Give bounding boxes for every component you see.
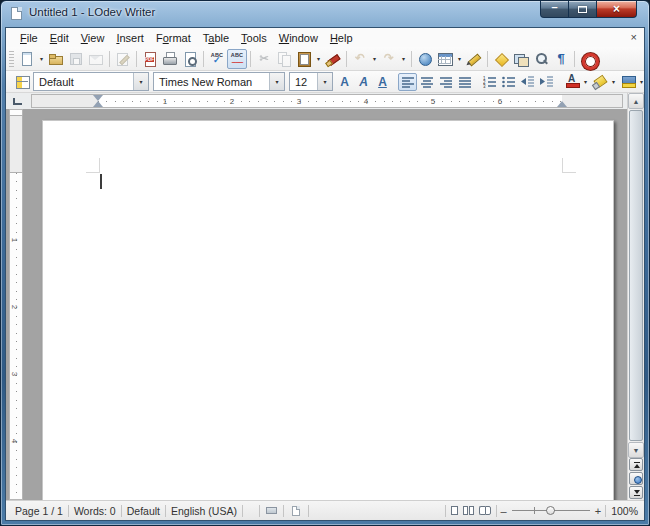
- font-size-combobox[interactable]: 12 ▾: [289, 72, 333, 91]
- formatting-marks-button[interactable]: ¶: [551, 49, 571, 69]
- left-indent-marker[interactable]: [93, 101, 103, 107]
- previous-page-button[interactable]: [629, 458, 643, 471]
- tab-stop-selector[interactable]: [10, 95, 23, 107]
- vertical-ruler[interactable]: 1 2 3 4: [9, 109, 23, 500]
- language-field[interactable]: English (USA): [166, 505, 242, 517]
- clone-formatting-button[interactable]: [323, 49, 343, 69]
- menu-edit[interactable]: Edit: [44, 30, 75, 46]
- font-color-button[interactable]: A: [562, 73, 581, 91]
- page-style-field[interactable]: Default: [122, 505, 165, 517]
- menu-format[interactable]: Format: [150, 30, 197, 46]
- bold-button[interactable]: A: [335, 73, 354, 91]
- new-document-button[interactable]: [17, 49, 37, 69]
- insert-table-dropdown[interactable]: ▾: [455, 49, 464, 69]
- minimize-button[interactable]: –: [540, 1, 569, 18]
- background-color-button[interactable]: [618, 73, 637, 91]
- undo-dropdown[interactable]: ▾: [370, 49, 379, 69]
- right-indent-marker[interactable]: [557, 101, 567, 107]
- multi-page-view-icon[interactable]: [463, 506, 474, 515]
- maximize-button[interactable]: [569, 1, 596, 18]
- highlighting-dropdown[interactable]: ▾: [609, 72, 618, 92]
- font-name-dropdown[interactable]: ▾: [269, 73, 284, 90]
- open-button[interactable]: [46, 49, 66, 69]
- styles-button[interactable]: [12, 73, 31, 91]
- highlighting-button[interactable]: [590, 73, 609, 91]
- save-button[interactable]: [66, 49, 86, 69]
- navigation-button[interactable]: [629, 472, 643, 485]
- export-pdf-button[interactable]: PDF: [140, 49, 160, 69]
- writer-window: Untitled 1 - LOdev Writer – × File Edit …: [0, 0, 650, 526]
- menu-view[interactable]: View: [75, 30, 111, 46]
- cut-icon: ✂: [256, 51, 272, 67]
- zoom-out-button[interactable]: –: [501, 506, 507, 516]
- bullet-list-button[interactable]: [499, 73, 518, 91]
- document-page[interactable]: [42, 120, 614, 500]
- vertical-scrollbar[interactable]: ▲ ▼: [627, 93, 644, 500]
- underline-button[interactable]: A: [373, 73, 392, 91]
- book-view-icon[interactable]: [479, 506, 491, 515]
- zoom-slider[interactable]: [512, 505, 590, 516]
- gallery-button[interactable]: [511, 49, 531, 69]
- menu-window[interactable]: Window: [273, 30, 324, 46]
- print-preview-button[interactable]: [180, 49, 200, 69]
- titlebar[interactable]: Untitled 1 - LOdev Writer – ×: [1, 1, 649, 27]
- scrollbar-track[interactable]: [628, 110, 644, 441]
- menu-file[interactable]: File: [14, 30, 44, 46]
- paste-button[interactable]: [294, 49, 314, 69]
- paragraph-style-dropdown[interactable]: ▾: [133, 73, 148, 90]
- increase-indent-button[interactable]: [537, 73, 556, 91]
- scroll-down-button[interactable]: ▼: [628, 442, 644, 458]
- background-color-dropdown[interactable]: ▾: [637, 72, 645, 92]
- arrow-down-icon: ▼: [633, 447, 640, 454]
- redo-button[interactable]: ↷: [379, 49, 399, 69]
- navigator-button[interactable]: [491, 49, 511, 69]
- menu-tools[interactable]: Tools: [235, 30, 273, 46]
- scrollbar-thumb[interactable]: [629, 110, 643, 441]
- zoom-level-value[interactable]: 100%: [606, 505, 640, 517]
- redo-dropdown[interactable]: ▾: [399, 49, 408, 69]
- font-size-dropdown[interactable]: ▾: [317, 73, 332, 90]
- zoom-button[interactable]: [531, 49, 551, 69]
- selection-mode-icon[interactable]: [266, 507, 277, 514]
- zoom-slider-handle[interactable]: [546, 506, 555, 515]
- italic-button[interactable]: A: [354, 73, 373, 91]
- next-page-button[interactable]: [629, 486, 643, 499]
- close-button[interactable]: ×: [596, 1, 637, 18]
- horizontal-ruler[interactable]: 1 2 3 4 5 6: [31, 94, 623, 108]
- close-document-button[interactable]: ×: [631, 30, 637, 44]
- edit-mode-button[interactable]: [113, 49, 133, 69]
- align-center-button[interactable]: [417, 73, 436, 91]
- toolbar-grip[interactable]: [9, 51, 14, 67]
- send-email-button[interactable]: [86, 49, 106, 69]
- page-count-field[interactable]: Page 1 / 1: [10, 505, 68, 517]
- single-page-view-icon[interactable]: [451, 506, 458, 515]
- insert-table-button[interactable]: [435, 49, 455, 69]
- hyperlink-button[interactable]: [415, 49, 435, 69]
- menu-table[interactable]: Table: [197, 30, 235, 46]
- align-right-button[interactable]: [436, 73, 455, 91]
- font-color-dropdown[interactable]: ▾: [581, 72, 590, 92]
- help-button[interactable]: [578, 49, 598, 69]
- menu-insert[interactable]: Insert: [110, 30, 150, 46]
- justify-button[interactable]: [455, 73, 474, 91]
- undo-button[interactable]: ↶: [350, 49, 370, 69]
- spelling-button[interactable]: ABC✓: [207, 49, 227, 69]
- scroll-up-button[interactable]: ▲: [628, 93, 644, 109]
- menu-help[interactable]: Help: [324, 30, 359, 46]
- cut-button[interactable]: ✂: [254, 49, 274, 69]
- numbered-list-button[interactable]: 123: [480, 73, 499, 91]
- draw-functions-button[interactable]: [464, 49, 484, 69]
- paragraph-style-combobox[interactable]: Default ▾: [33, 72, 149, 91]
- zoom-in-button[interactable]: +: [595, 506, 601, 516]
- print-button[interactable]: [160, 49, 180, 69]
- font-name-combobox[interactable]: Times New Roman ▾: [153, 72, 285, 91]
- decrease-indent-button[interactable]: [518, 73, 537, 91]
- align-left-button[interactable]: [398, 73, 417, 91]
- toolbar-separator: [487, 51, 488, 67]
- copy-button[interactable]: [274, 49, 294, 69]
- paste-dropdown[interactable]: ▾: [314, 49, 323, 69]
- document-modified-icon[interactable]: [292, 506, 300, 516]
- new-document-dropdown[interactable]: ▾: [37, 49, 46, 69]
- auto-spellcheck-button[interactable]: ABC~~~: [227, 49, 247, 69]
- word-count-field[interactable]: Words: 0: [69, 505, 121, 517]
